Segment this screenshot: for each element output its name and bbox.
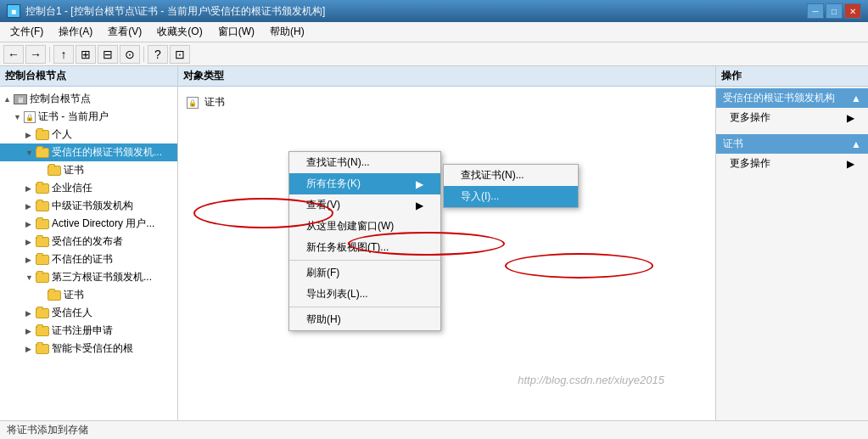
tree-item-cert-enroll[interactable]: ▶ 证书注册申请 [0,322,177,340]
toolbar-sep-2 [143,47,144,62]
cert-row: 🔒 证书 [185,93,708,111]
tree-item-smartcard[interactable]: ▶ 智能卡受信任的根 [0,340,177,357]
cert-item-icon: 🔒 [187,97,199,109]
tree-arrow: ▶ [25,238,36,246]
tree-arrow: ▼ [25,149,36,157]
ctx-export-list[interactable]: 导出列表(L)... [289,284,440,305]
tree-label: Active Directory 用户... [52,217,154,231]
tree-item-cert-1[interactable]: 证书 [0,161,177,179]
show-hide-button[interactable]: ⊞ [76,45,96,64]
center-content: 🔒 证书 [178,87,715,118]
tree-label: 受信任人 [52,306,92,320]
menu-window[interactable]: 窗口(W) [211,23,261,41]
right-action-arrow: ▶ [847,112,854,124]
ctx-refresh[interactable]: 刷新(F) [289,262,440,284]
tree-arrow: ▼ [25,273,36,282]
right-section-label: 证书 [723,137,743,151]
tree-item-enterprise[interactable]: ▶ 企业信任 [0,179,177,197]
menu-action[interactable]: 操作(A) [52,23,99,41]
menu-favorites[interactable]: 收藏夹(O) [150,23,209,41]
left-panel-header: 控制台根节点 [0,66,177,87]
status-text: 将证书添加到存储 [7,423,88,437]
tree-item-trusted-root[interactable]: ▼ 受信任的根证书颁发机... [0,144,177,161]
menu-help[interactable]: 帮助(H) [263,23,311,41]
folder-icon [36,148,49,158]
tree-label: 中级证书颁发机构 [52,199,133,213]
close-button[interactable]: ✕ [844,3,861,19]
tree-label: 第三方根证书颁发机... [52,270,152,284]
tree-arrow: ▶ [25,345,36,353]
folder-icon [36,344,49,354]
ctx-view[interactable]: 查看(V) ▶ [289,194,440,216]
title-bar-controls[interactable]: ─ □ ✕ [807,3,861,19]
tree-item-personal[interactable]: ▶ 个人 [0,126,177,144]
tree-item-cert-2[interactable]: 证书 [0,286,177,304]
ctx-label: 查看(V) [306,198,340,212]
up-button[interactable]: ↑ [53,45,74,64]
folder-icon [36,201,49,211]
menu-view[interactable]: 查看(V) [101,23,148,41]
help-button[interactable]: ? [148,45,168,64]
refresh-button[interactable]: ⊙ [120,45,140,64]
context-menu: 查找证书(N)... 所有任务(K) ▶ 查看(V) ▶ 从这里创建窗口(W) … [288,151,441,331]
ctx-label: 帮助(H) [306,312,341,327]
tree-item-third-party[interactable]: ▼ 第三方根证书颁发机... [0,268,177,286]
cert-icon: 🔒 [24,111,36,123]
ctx-new-taskpad[interactable]: 新任务板视图(T)... [289,237,440,258]
title-bar: ■ 控制台1 - [控制台根节点\证书 - 当前用户\受信任的根证书颁发机构] … [0,0,868,22]
tree-item-intermediate[interactable]: ▶ 中级证书颁发机构 [0,197,177,215]
ctx-new-window[interactable]: 从这里创建窗口(W) [289,216,440,237]
ctx-all-tasks[interactable]: 所有任务(K) ▶ [289,173,440,194]
tree-arrow: ▼ [14,113,24,121]
status-bar: 将证书添加到存储 [0,420,868,439]
right-panel: 操作 受信任的根证书颁发机构 ▲ 更多操作 ▶ 证书 ▲ 更多操作 ▶ [715,66,868,420]
ctx-sep-1 [289,260,440,261]
submenu-find-cert[interactable]: 查找证书(N)... [444,165,578,186]
right-section-arrow: ▲ [851,93,861,104]
tree-item-active-directory[interactable]: ▶ Active Directory 用户... [0,215,177,233]
watermark: http://blog.csdn.net/xiuye2015 [518,374,664,386]
folder-icon [36,273,49,283]
main-area: 控制台根节点 ▲ 🖥 控制台根节点 ▼ 🔒 证书 - 当前用户 ▶ 个人 ▼ 受… [0,66,868,420]
right-section-arrow: ▲ [851,138,861,150]
folder-icon [36,183,49,194]
tree-item-root[interactable]: ▲ 🖥 控制台根节点 [0,90,177,108]
back-button[interactable]: ← [3,45,24,64]
collapse-button[interactable]: ⊟ [98,45,118,64]
tree-arrow: ▶ [25,202,36,211]
folder-icon [36,130,49,140]
submenu: 查找证书(N)... 导入(I)... [443,164,579,208]
menu-file[interactable]: 文件(F) [3,23,50,41]
export-button[interactable]: ⊡ [170,45,190,64]
forward-button[interactable]: → [25,45,46,64]
right-action-more-1[interactable]: 更多操作 ▶ [716,108,868,127]
toolbar-sep-1 [49,47,50,62]
center-header: 对象类型 [178,66,715,87]
folder-icon [36,326,49,336]
ctx-find-cert[interactable]: 查找证书(N)... [289,152,440,173]
tree-item-untrusted[interactable]: ▶ 不信任的证书 [0,250,177,268]
tree-arrow: ▶ [25,184,36,193]
right-action-label: 更多操作 [730,156,770,171]
ctx-arrow: ▶ [416,178,423,190]
tree-item-cert-user[interactable]: ▼ 🔒 证书 - 当前用户 [0,108,177,126]
tree-item-trusted-person[interactable]: ▶ 受信任人 [0,304,177,322]
ctx-help[interactable]: 帮助(H) [289,309,440,330]
right-section-title-2[interactable]: 证书 ▲ [716,134,868,154]
tree-label: 证书注册申请 [52,324,113,338]
tree-container: ▲ 🖥 控制台根节点 ▼ 🔒 证书 - 当前用户 ▶ 个人 ▼ 受信任的根证书颁… [0,87,177,420]
tree-label: 受信任的根证书颁发机... [52,145,162,160]
tree-label: 智能卡受信任的根 [52,341,133,356]
folder-icon [36,255,49,265]
restore-button[interactable]: □ [826,3,843,19]
minimize-button[interactable]: ─ [807,3,824,19]
ctx-label: 从这里创建窗口(W) [306,219,394,234]
app-icon: ■ [7,4,20,18]
submenu-import[interactable]: 导入(I)... [444,186,578,207]
tree-item-trusted-publisher[interactable]: ▶ 受信任的发布者 [0,233,177,250]
right-section-title-1[interactable]: 受信任的根证书颁发机构 ▲ [716,88,868,108]
folder-icon [36,308,49,318]
right-action-more-2[interactable]: 更多操作 ▶ [716,154,868,173]
right-action-label: 更多操作 [730,110,770,125]
folder-icon [36,219,49,229]
